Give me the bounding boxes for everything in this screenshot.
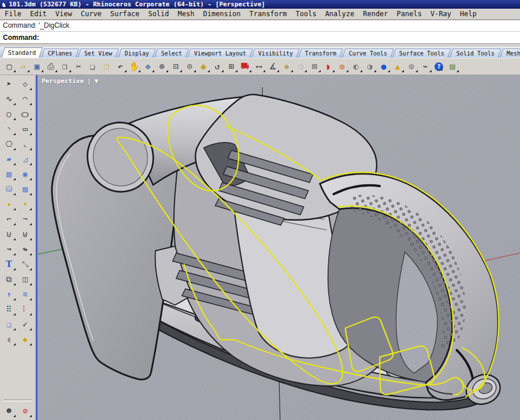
surface-patch-icon[interactable]: ▰ xyxy=(2,153,16,166)
linear-array-icon[interactable]: ⠇ xyxy=(18,303,32,316)
polyline-icon[interactable]: ∿ xyxy=(2,92,16,106)
tab-cplanes[interactable]: CPlanes xyxy=(42,49,79,58)
explode-icon[interactable]: ⚡ xyxy=(18,198,32,211)
open-file-icon[interactable]: ▱ xyxy=(16,60,30,73)
boolean-difference-icon[interactable]: ⊎ xyxy=(18,228,32,241)
menu-render[interactable]: Render xyxy=(363,10,388,18)
menu-help[interactable]: Help xyxy=(460,10,477,18)
blend-curve-icon[interactable]: ◟ xyxy=(18,137,32,151)
viewport-title-label[interactable]: Perspective xyxy=(42,77,84,85)
perspective-viewport[interactable]: Perspective | ▼ xyxy=(36,75,520,420)
point-icon[interactable]: ◇ xyxy=(18,77,32,91)
render-sphere-icon[interactable]: ● xyxy=(377,60,391,73)
menu-edit[interactable]: Edit xyxy=(30,10,47,18)
tab-surface-tools[interactable]: Surface Tools xyxy=(392,49,451,58)
chamfer-edge-icon[interactable]: ¬ xyxy=(18,213,32,226)
tab-curve-tools[interactable]: Curve Tools xyxy=(342,49,393,58)
tab-select[interactable]: Select xyxy=(154,49,188,58)
extend-curve-icon[interactable]: ↬ xyxy=(18,243,32,256)
check-icon[interactable]: ✓ xyxy=(18,318,32,331)
viewport-canvas[interactable] xyxy=(38,75,520,420)
fillet-edge-icon[interactable]: ⌐ xyxy=(2,213,16,226)
menu-analyze[interactable]: Analyze xyxy=(325,10,355,18)
menu-panels[interactable]: Panels xyxy=(397,10,422,18)
boolean-union-icon[interactable]: ⊍ xyxy=(2,228,16,241)
menu-dimension[interactable]: Dimension xyxy=(203,10,240,18)
polygon-icon[interactable]: ⎔ xyxy=(2,137,16,151)
shade-sphere-icon[interactable]: ◐ xyxy=(349,60,363,73)
export-page-icon[interactable]: ❐ xyxy=(58,60,72,73)
circle-icon[interactable]: ○ xyxy=(2,107,16,121)
tab-visibility[interactable]: Visibility xyxy=(251,49,299,58)
angle-icon[interactable]: ∡ xyxy=(266,60,280,73)
copy-icon[interactable]: ❏ xyxy=(86,60,99,73)
screenshot-image-icon[interactable]: ▤ xyxy=(445,60,459,73)
move-copy-icon[interactable]: ❖ xyxy=(280,60,294,73)
vray-stop-icon[interactable]: ⊘ xyxy=(18,404,32,418)
viewport-title[interactable]: Perspective | ▼ xyxy=(42,77,98,85)
tab-set-view[interactable]: Set View xyxy=(78,49,119,58)
twist-surface-icon[interactable]: ▨ xyxy=(18,183,32,196)
menu-tools[interactable]: Tools xyxy=(296,10,317,18)
solid-sphere-icon[interactable]: ◉ xyxy=(18,168,32,181)
rectangle-icon[interactable]: ▭ xyxy=(18,122,32,136)
paste-icon[interactable]: ❒ xyxy=(99,60,113,73)
distance-icon[interactable]: ⟷ xyxy=(252,60,266,73)
viewport-layout-icon[interactable]: ⊞ xyxy=(224,60,238,73)
curved-surface-icon[interactable]: ◿ xyxy=(18,153,32,166)
ellipse-icon[interactable]: ○ xyxy=(18,107,32,121)
zoom-in-icon[interactable]: ⊕ xyxy=(155,60,169,73)
car-icon[interactable]: ⛟ xyxy=(238,60,252,73)
new-document-icon[interactable]: ▢ xyxy=(2,60,16,73)
history-link-icon[interactable]: ⌁ xyxy=(418,60,432,73)
save-file-icon[interactable]: ▣ xyxy=(30,60,44,73)
mirror-icon[interactable]: ◫ xyxy=(18,273,32,286)
menu-mesh[interactable]: Mesh xyxy=(178,10,195,18)
color-wheel-icon[interactable]: ❂ xyxy=(335,60,349,73)
tab-mesh-tools[interactable]: Mesh Tools xyxy=(500,49,520,58)
command-input[interactable]: Command: xyxy=(0,32,520,44)
alert-cone-icon[interactable]: ▲ xyxy=(391,60,404,73)
cut-icon[interactable]: ✂ xyxy=(72,60,86,73)
arc-icon[interactable]: ◝ xyxy=(2,122,16,136)
vray-interactive-icon[interactable]: ☻ xyxy=(2,404,16,418)
menu-surface[interactable]: Surface xyxy=(110,10,140,18)
zoom-selected-icon[interactable]: ◉ xyxy=(196,60,210,73)
tab-solid-tools[interactable]: Solid Tools xyxy=(450,49,501,58)
viewport-menu-arrow-icon[interactable]: ▼ xyxy=(94,77,98,85)
grid-array-icon[interactable]: ⠿ xyxy=(2,303,16,316)
uvn-move-icon[interactable]: ⤡ xyxy=(18,258,32,271)
zoom-window-icon[interactable]: ⊡ xyxy=(169,60,183,73)
menu-view[interactable]: View xyxy=(55,10,72,18)
menu-vray[interactable]: V-Ray xyxy=(430,10,451,18)
loft-icon[interactable]: ≋ xyxy=(18,288,32,301)
solid-cylinder-icon[interactable]: ⛁ xyxy=(2,183,16,196)
help-icon[interactable]: ? xyxy=(434,62,443,71)
light-bulb-icon[interactable]: ❍ xyxy=(294,60,307,73)
rotate-view-icon[interactable]: ✥ xyxy=(141,60,155,73)
gumball-icon[interactable]: ◖ xyxy=(2,333,16,346)
undo-view-icon[interactable]: ↺ xyxy=(210,60,224,73)
shade-sphere-alt-icon[interactable]: ◑ xyxy=(363,60,377,73)
array-icon[interactable]: ⧉ xyxy=(2,273,16,286)
options-gear-icon[interactable]: ⚙ xyxy=(404,60,418,73)
menu-transform[interactable]: Transform xyxy=(249,10,287,18)
text-tool-icon[interactable]: T xyxy=(2,258,16,271)
interpolate-curve-icon[interactable]: ◠ xyxy=(18,92,32,106)
print-icon[interactable]: ⎙ xyxy=(44,60,58,73)
visibility-page-icon[interactable]: ❏ xyxy=(2,318,16,331)
extrude-icon[interactable]: ↟ xyxy=(2,288,16,301)
gem-icon[interactable]: ◆ xyxy=(18,333,32,346)
select-arrow-icon[interactable]: ➤ xyxy=(2,77,16,91)
zoom-extents-icon[interactable]: ⊙ xyxy=(183,60,196,73)
render-wedge-icon[interactable]: ◗ xyxy=(321,60,335,73)
join-puzzle-icon[interactable]: ✦ xyxy=(2,198,16,211)
lock-icon[interactable]: ⊠ xyxy=(307,60,321,73)
pan-view-icon[interactable]: ✋ xyxy=(127,60,141,73)
tab-standard[interactable]: Standard xyxy=(1,47,43,58)
undo-icon[interactable]: ↶ xyxy=(113,60,127,73)
menu-solid[interactable]: Solid xyxy=(148,10,169,18)
tab-viewport-layout[interactable]: Viewport Layout xyxy=(187,49,253,58)
menu-file[interactable]: File xyxy=(5,10,21,18)
menu-curve[interactable]: Curve xyxy=(81,10,102,18)
